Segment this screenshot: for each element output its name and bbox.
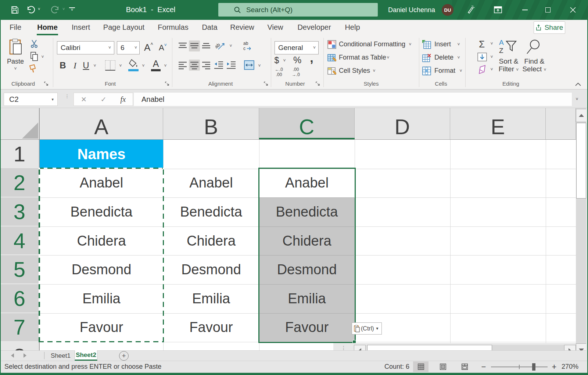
- name-box-dropdown-icon[interactable]: ▾: [51, 97, 54, 102]
- col-header-C[interactable]: C: [259, 108, 355, 139]
- tab-data[interactable]: Data: [201, 20, 218, 35]
- align-right-icon[interactable]: [201, 60, 212, 71]
- cell-B7[interactable]: Favour: [163, 313, 259, 342]
- decrease-decimal-icon[interactable]: .00→.0: [289, 67, 303, 79]
- format-as-table-dropdown-icon[interactable]: ˅: [385, 55, 391, 60]
- row-header-1[interactable]: 1: [0, 140, 39, 169]
- cell-styles-label[interactable]: Cell Styles: [339, 67, 370, 75]
- row-header-4[interactable]: 4: [0, 226, 39, 256]
- number-dialog-launcher[interactable]: [315, 81, 321, 87]
- paste-label[interactable]: Paste: [4, 57, 27, 65]
- borders-dropdown-icon[interactable]: ˅: [118, 63, 123, 68]
- insert-cells-label[interactable]: Insert: [434, 40, 451, 48]
- clear-icon[interactable]: [477, 65, 487, 74]
- cancel-formula-icon[interactable]: ✕: [81, 95, 87, 104]
- align-middle-icon[interactable]: [189, 40, 200, 51]
- formula-bar-splitter[interactable]: ⋮: [65, 95, 66, 104]
- currency-dropdown-icon[interactable]: ˅: [282, 58, 287, 63]
- cell-A6[interactable]: Emilia: [40, 284, 163, 313]
- align-top-icon[interactable]: [177, 40, 188, 51]
- tab-insert[interactable]: Insert: [71, 20, 91, 35]
- view-normal-button[interactable]: [413, 361, 429, 372]
- copy-icon[interactable]: [29, 51, 39, 62]
- comma-icon[interactable]: ,: [307, 51, 316, 64]
- view-page-layout-button[interactable]: [435, 361, 451, 372]
- v-scroll-thumb[interactable]: [576, 123, 586, 199]
- format-cells-icon[interactable]: [422, 66, 431, 76]
- clipboard-dialog-launcher[interactable]: [44, 81, 49, 87]
- decrease-indent-icon[interactable]: [213, 60, 224, 71]
- delete-cells-icon[interactable]: [422, 53, 431, 63]
- decrease-font-icon[interactable]: A˅: [159, 43, 171, 55]
- underline-button[interactable]: U: [82, 60, 90, 71]
- delete-dropdown-icon[interactable]: ˅: [456, 55, 462, 60]
- sheet-tab-1[interactable]: Sheet1: [47, 351, 74, 361]
- select-all-corner[interactable]: [0, 108, 39, 140]
- borders-icon[interactable]: [105, 60, 115, 71]
- font-color-icon[interactable]: A: [151, 58, 161, 69]
- italic-button[interactable]: I: [71, 60, 79, 71]
- sheet-nav-left-icon[interactable]: [9, 351, 16, 360]
- avatar[interactable]: DU: [442, 4, 453, 16]
- close-button[interactable]: [564, 0, 581, 20]
- cell-A3[interactable]: Benedicta: [40, 197, 163, 226]
- paste-dropdown-icon[interactable]: ˅: [11, 66, 20, 71]
- status-count[interactable]: Count: 6: [375, 361, 419, 373]
- conditional-formatting-dropdown-icon[interactable]: ˅: [407, 42, 413, 47]
- cell-B3[interactable]: Benedicta: [163, 197, 259, 226]
- format-as-table-label[interactable]: Format as Table: [339, 54, 386, 61]
- share-button[interactable]: Share: [534, 21, 565, 34]
- format-painter-icon[interactable]: [28, 64, 38, 74]
- sort-filter-icon[interactable]: AZ: [498, 38, 519, 56]
- add-sheet-button[interactable]: +: [119, 351, 129, 361]
- redo-icon[interactable]: [51, 4, 60, 15]
- col-header-D[interactable]: D: [355, 108, 450, 139]
- maximize-button[interactable]: [539, 0, 556, 20]
- cell-styles-dropdown-icon[interactable]: ˅: [371, 68, 377, 74]
- ribbon-display-options-icon[interactable]: [493, 5, 503, 15]
- zoom-out-button[interactable]: −: [479, 361, 488, 373]
- minimize-button[interactable]: [516, 0, 533, 20]
- tab-view[interactable]: View: [267, 20, 284, 35]
- search-box[interactable]: Search (Alt+Q): [218, 3, 378, 17]
- save-icon[interactable]: [10, 6, 19, 14]
- confirm-formula-icon[interactable]: ✓: [101, 95, 107, 104]
- col-header-A[interactable]: A: [40, 108, 163, 139]
- orientation-icon[interactable]: ab: [215, 40, 226, 51]
- name-box[interactable]: C2 ▾: [4, 93, 58, 106]
- view-page-break-button[interactable]: [457, 361, 472, 372]
- row-header-5[interactable]: 5: [0, 255, 39, 284]
- delete-cells-label[interactable]: Delete: [434, 54, 453, 61]
- currency-icon[interactable]: $: [273, 55, 281, 65]
- col-header-x[interactable]: [546, 108, 576, 139]
- cell-A7[interactable]: Favour: [40, 313, 163, 342]
- zoom-level[interactable]: 270%: [556, 361, 578, 373]
- autosum-icon[interactable]: Σ: [476, 39, 487, 49]
- sheet-nav-right-icon[interactable]: [21, 351, 29, 360]
- tab-developer[interactable]: Developer: [296, 20, 332, 35]
- formula-bar-expand-icon[interactable]: ˅: [573, 95, 581, 104]
- col-header-E[interactable]: E: [450, 108, 546, 139]
- underline-dropdown-icon[interactable]: ˅: [92, 63, 98, 68]
- cell-A4[interactable]: Chidera: [40, 226, 163, 256]
- paste-icon[interactable]: [8, 38, 24, 56]
- cell-B5[interactable]: Desmond: [163, 255, 259, 284]
- row-header-2[interactable]: 2: [0, 169, 39, 198]
- tab-home[interactable]: Home: [37, 20, 58, 35]
- percent-icon[interactable]: %: [292, 54, 303, 65]
- font-size-combo[interactable]: 6 ˅: [117, 41, 140, 54]
- insert-cells-icon[interactable]: [422, 40, 431, 49]
- cell-B2[interactable]: Anabel: [163, 169, 259, 198]
- tab-help[interactable]: Help: [344, 20, 361, 35]
- user-name[interactable]: Daniel Uchenna: [386, 0, 437, 20]
- sheet-tab-2[interactable]: Sheet2: [75, 350, 97, 361]
- merge-dropdown-icon[interactable]: ˅: [257, 63, 262, 68]
- copy-dropdown-icon[interactable]: ˅: [40, 54, 46, 60]
- tab-review[interactable]: Review: [230, 20, 254, 35]
- cell-styles-icon[interactable]: [327, 66, 337, 76]
- font-color-dropdown-icon[interactable]: ˅: [162, 63, 168, 68]
- insert-function-icon[interactable]: fx: [121, 95, 126, 104]
- format-cells-label[interactable]: Format: [434, 67, 455, 75]
- formula-input[interactable]: Anabel: [134, 93, 572, 106]
- quick-access-chevron-icon[interactable]: ˅: [69, 7, 75, 12]
